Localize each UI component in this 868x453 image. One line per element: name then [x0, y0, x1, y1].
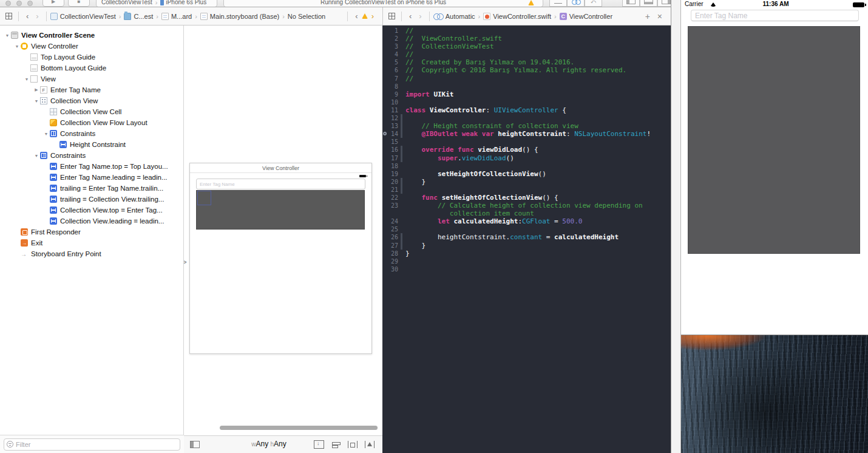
- code-line: 3// CollectionViewTest: [382, 43, 671, 50]
- disclosure-open-icon[interactable]: ▼: [4, 33, 11, 38]
- stop-button[interactable]: ■: [68, 0, 90, 7]
- outline-row[interactable]: ▼View: [0, 73, 183, 84]
- jump-bar-item[interactable]: Main.storyboard (Base): [200, 13, 279, 20]
- outline-row[interactable]: ▼Collection View: [0, 95, 183, 106]
- disclosure-open-icon[interactable]: ▼: [33, 99, 40, 103]
- source-code-editor[interactable]: 1//2// ViewController.swift3// Collectio…: [382, 26, 671, 453]
- jump-bar-item-label: ViewController: [569, 13, 612, 20]
- disclosure-open-icon[interactable]: ▼: [23, 77, 30, 81]
- window-minimize-button[interactable]: [16, 1, 22, 6]
- outline-toggle-button[interactable]: [190, 441, 200, 448]
- code-token: func: [458, 146, 474, 154]
- outline-row[interactable]: ▼Constraints: [0, 128, 183, 139]
- simulator-text-field[interactable]: Enter Tag Name: [691, 10, 859, 21]
- previous-issue-button[interactable]: ‹: [351, 12, 361, 20]
- window-zoom-button[interactable]: [27, 1, 33, 6]
- outline-row[interactable]: Collection View.leading = leadin...: [0, 216, 183, 226]
- outline-row[interactable]: trailing = Enter Tag Name.trailin...: [0, 183, 183, 194]
- navigator-toggle-button[interactable]: [622, 0, 640, 7]
- embed-in-stack-icon[interactable]: [314, 440, 324, 449]
- interface-builder-canvas[interactable]: > View Controller Enter Tag Name wAny hA…: [184, 26, 382, 453]
- outline-row[interactable]: ▶Enter Tag Name: [0, 84, 183, 95]
- line-number: 24: [382, 217, 398, 225]
- outline-row[interactable]: ▼Constraints: [0, 150, 183, 161]
- jump-bar-item[interactable]: C...est: [124, 13, 153, 20]
- simulator-collection-view[interactable]: [688, 26, 860, 254]
- run-button[interactable]: ▶: [42, 0, 64, 7]
- code-token: setHeightOfCollectionView: [438, 170, 538, 178]
- outline-row[interactable]: Enter Tag Name.top = Top Layou...: [0, 161, 183, 172]
- jump-bar-item-label: Automatic: [446, 13, 475, 20]
- inspector-toggle-button[interactable]: [657, 0, 671, 7]
- disclosure-open-icon[interactable]: ▼: [33, 154, 40, 158]
- window-close-button[interactable]: [5, 1, 11, 6]
- forward-button[interactable]: ›: [32, 12, 42, 20]
- outline-tree: ▼View Controller Scene▼View ControllerTo…: [0, 30, 183, 259]
- warning-icon[interactable]: [362, 13, 368, 19]
- jump-bar-item[interactable]: CollectionViewTest: [50, 13, 116, 20]
- pin-constraints-icon[interactable]: [348, 440, 358, 449]
- outline-row[interactable]: Exit: [0, 237, 183, 248]
- add-assistant-editor-button[interactable]: +: [642, 12, 654, 21]
- warning-icon[interactable]: [528, 0, 534, 5]
- canvas-collection-view[interactable]: [196, 190, 365, 230]
- change-mark: [401, 98, 402, 106]
- jump-bar-item[interactable]: M...ard: [161, 13, 192, 20]
- outline-row[interactable]: Collection View Cell: [0, 106, 183, 117]
- filter-input[interactable]: Filter: [4, 438, 180, 451]
- related-items-icon[interactable]: [388, 13, 395, 19]
- outline-row-label: Height Contstraint: [70, 141, 126, 148]
- outline-row[interactable]: Collection View Flow Layout: [0, 117, 183, 128]
- view-controller-card-title[interactable]: View Controller: [190, 163, 371, 173]
- outline-row[interactable]: Collection View.top = Enter Tag...: [0, 205, 183, 216]
- close-assistant-editor-button[interactable]: ×: [654, 12, 666, 21]
- horizontal-scrollbar[interactable]: [220, 426, 378, 430]
- canvas-collection-view-cell[interactable]: [197, 191, 211, 205]
- divider: [401, 12, 402, 21]
- line-number: 11: [382, 106, 398, 114]
- view-controller-card[interactable]: View Controller Enter Tag Name: [189, 163, 372, 354]
- align-icon[interactable]: [331, 440, 341, 449]
- code-token: .: [458, 154, 462, 162]
- jump-bar-item[interactable]: No Selection: [288, 13, 325, 20]
- code-token: import: [405, 90, 430, 98]
- jump-bar-item[interactable]: Automatic: [433, 13, 475, 20]
- line-number: 22: [382, 194, 398, 202]
- outline-row[interactable]: trailing = Collection View.trailing...: [0, 194, 183, 205]
- jump-bar-item[interactable]: ViewController.swift: [483, 13, 551, 20]
- outline-row-label: Exit: [31, 239, 42, 247]
- disclosure-open-icon[interactable]: ▼: [42, 132, 50, 136]
- outline-row[interactable]: Enter Tag Name.leading = leadin...: [0, 172, 183, 183]
- outline-row[interactable]: ▼View Controller Scene: [0, 30, 183, 41]
- resolve-autolayout-icon[interactable]: [365, 440, 375, 449]
- interface-builder-bottom-bar: wAny hAny: [184, 435, 382, 453]
- related-items-icon[interactable]: [5, 13, 12, 19]
- fr-icon: [21, 228, 28, 236]
- debug-area-toggle-button[interactable]: [640, 0, 657, 7]
- canvas-text-field[interactable]: Enter Tag Name: [196, 179, 365, 189]
- jump-bar-item[interactable]: ViewController: [560, 13, 612, 20]
- outline-row[interactable]: Bottom Layout Guide: [0, 63, 183, 73]
- code-token: [405, 146, 422, 154]
- next-issue-button[interactable]: ›: [368, 12, 378, 20]
- cstr-h-icon: [50, 217, 57, 225]
- standard-editor-button[interactable]: [549, 0, 567, 7]
- back-button[interactable]: ‹: [22, 12, 32, 20]
- version-editor-button[interactable]: ⤺: [585, 0, 602, 7]
- line-number: 30: [382, 265, 398, 273]
- assistant-editor-button[interactable]: [567, 0, 585, 7]
- forward-button[interactable]: ›: [415, 12, 425, 20]
- outline-row[interactable]: Top Layout Guide: [0, 52, 183, 63]
- outline-row[interactable]: Height Contstraint: [0, 139, 183, 150]
- outline-row[interactable]: ▼View Controller: [0, 41, 183, 52]
- disclosure-open-icon[interactable]: ▼: [13, 44, 21, 49]
- line-number: 9: [382, 90, 398, 98]
- back-button[interactable]: ‹: [405, 12, 415, 20]
- scheme-selector[interactable]: CollectionViewTest › iPhone 6s Plus: [96, 0, 217, 7]
- line-number: 27: [382, 242, 398, 250]
- outline-row[interactable]: First Responder: [0, 226, 183, 237]
- size-class-control[interactable]: wAny hAny: [236, 440, 302, 448]
- outline-row[interactable]: Storyboard Entry Point: [0, 248, 183, 259]
- disclosure-closed-icon[interactable]: ▶: [33, 87, 40, 92]
- jump-bar-item-label: No Selection: [288, 13, 325, 20]
